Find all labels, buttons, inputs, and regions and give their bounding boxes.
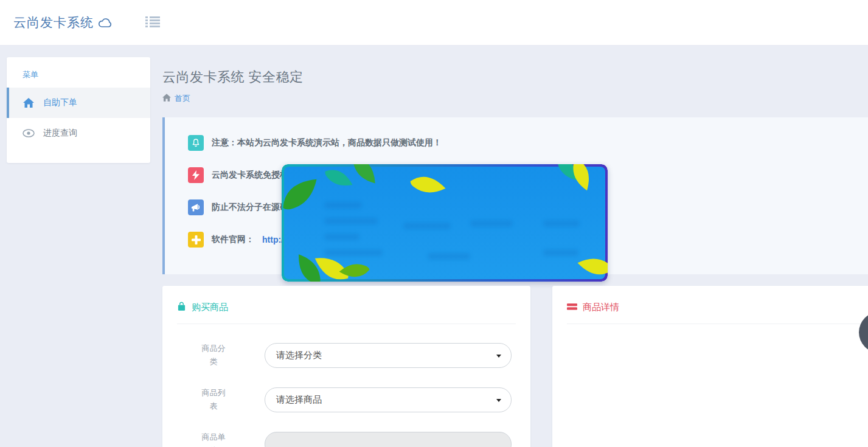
notice-text: 注意：本站为云尚发卡系统演示站，商品数据只做测试使用！ — [212, 137, 442, 148]
bullhorn-icon — [188, 199, 204, 215]
sidebar-menu-label: 菜单 — [7, 57, 150, 88]
form-row-product: 商品列表 请选择商品 — [177, 386, 516, 413]
sidebar-item-label: 自助下单 — [43, 97, 77, 108]
product-select-value: 请选择商品 — [276, 394, 322, 406]
app-logo-text: 云尚发卡系统 — [13, 14, 94, 31]
product-select[interactable]: 请选择商品 — [265, 387, 512, 412]
form-row-price: 商品单价 — [177, 431, 516, 447]
bell-icon — [188, 135, 204, 151]
cloud-icon — [98, 15, 113, 30]
plus-icon — [188, 232, 204, 248]
notice-row: 注意：本站为云尚发卡系统演示站，商品数据只做测试使用！ — [188, 135, 868, 151]
app-logo[interactable]: 云尚发卡系统 — [13, 14, 113, 31]
category-select-value: 请选择分类 — [276, 350, 322, 361]
promo-banner-image — [282, 164, 608, 282]
sidebar-item-progress-query[interactable]: 进度查询 — [7, 118, 150, 148]
form-row-category: 商品分类 请选择分类 — [177, 342, 516, 369]
notice-text: 云尚发卡系统免授权 — [212, 170, 288, 181]
sidebar-item-label: 进度查询 — [43, 128, 77, 139]
product-label: 商品列表 — [177, 386, 250, 413]
breadcrumb-home-icon — [162, 94, 171, 103]
page-title: 云尚发卡系统 安全稳定 — [162, 68, 304, 86]
divider — [177, 324, 516, 324]
divider — [567, 324, 868, 324]
credit-card-icon — [567, 302, 577, 313]
detail-panel-title: 商品详情 — [583, 302, 619, 313]
detail-panel: 商品详情 — [552, 286, 868, 447]
buy-panel-header: 购买商品 — [177, 302, 516, 313]
detail-panel-header: 商品详情 — [567, 302, 868, 313]
chevron-down-icon — [496, 355, 501, 358]
category-select[interactable]: 请选择分类 — [265, 343, 512, 368]
category-label: 商品分类 — [177, 342, 250, 369]
buy-panel-title: 购买商品 — [192, 302, 228, 313]
price-input-disabled — [265, 432, 512, 447]
home-icon — [23, 98, 35, 108]
bolt-icon — [188, 167, 204, 183]
sidebar-item-self-order[interactable]: 自助下单 — [7, 88, 150, 118]
shopping-bag-icon — [177, 302, 186, 313]
sidebar: 菜单 自助下单 进度查询 — [7, 57, 150, 163]
breadcrumb: 首页 — [162, 93, 190, 104]
price-label: 商品单价 — [177, 431, 250, 447]
breadcrumb-home-link[interactable]: 首页 — [175, 93, 190, 104]
sidebar-toggle-icon[interactable] — [142, 12, 164, 33]
eye-icon — [23, 129, 35, 137]
chevron-down-icon — [496, 399, 501, 402]
notice-text: 软件官网： — [212, 234, 254, 245]
app-header: 云尚发卡系统 — [0, 0, 868, 46]
notice-text: 防止不法分子在源码 — [212, 202, 288, 213]
buy-panel: 购买商品 商品分类 请选择分类 商品列表 请选择商品 商品单价 — [162, 286, 530, 447]
